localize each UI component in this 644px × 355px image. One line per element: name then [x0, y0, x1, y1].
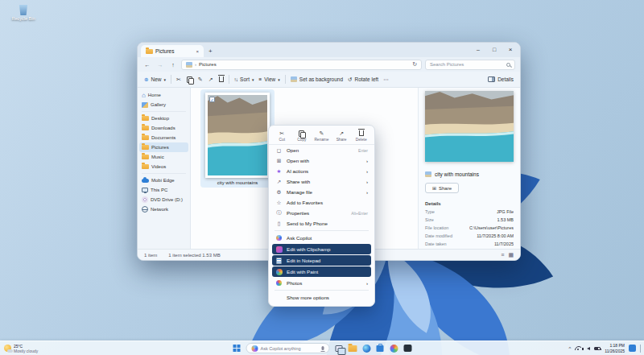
preview-file-name: city with mountains	[435, 171, 479, 177]
menu-item-ask-copilot[interactable]: Ask Copilot	[269, 233, 374, 243]
task-view-button[interactable]	[335, 344, 344, 353]
breadcrumb-location: Pictures	[199, 62, 217, 67]
menu-item-share-with[interactable]: Share with	[269, 176, 374, 187]
quick-delete-button[interactable]: Delete	[352, 130, 371, 142]
new-button[interactable]: New	[144, 76, 166, 83]
minimize-button[interactable]	[470, 43, 486, 56]
store-button[interactable]	[376, 344, 385, 353]
show-desktop-strip[interactable]	[640, 345, 641, 353]
disc-icon	[142, 196, 148, 203]
cut-button[interactable]	[176, 76, 181, 83]
sort-button[interactable]: Sort	[234, 76, 254, 82]
sidebar-item-dvd-drive[interactable]: DVD Drive (D:)	[139, 195, 188, 204]
selection-checkbox[interactable]	[209, 97, 215, 102]
sidebar-item-desktop[interactable]: Desktop	[139, 114, 188, 123]
sidebar-item-downloads[interactable]: Downloads	[139, 123, 188, 133]
folder-icon	[142, 116, 149, 121]
computer-icon	[142, 188, 148, 192]
menu-item-open-with[interactable]: Open with	[269, 155, 374, 166]
recycle-bin-icon	[19, 5, 28, 15]
wifi-icon[interactable]	[575, 346, 581, 350]
sidebar-item-gallery[interactable]: Gallery	[139, 100, 188, 109]
forward-button[interactable]	[155, 62, 165, 68]
rotate-left-label: Rotate left	[355, 76, 379, 82]
menu-item-send-to-phone[interactable]: Send to My Phone	[269, 218, 374, 229]
up-button[interactable]	[168, 62, 178, 68]
file-type-icon	[425, 171, 431, 177]
clock[interactable]: 1:18 PM 11/26/2025	[605, 343, 625, 353]
more-options-icon[interactable]	[383, 76, 389, 83]
sort-icon	[234, 76, 238, 82]
copy-button[interactable]	[187, 76, 192, 83]
tab-close-icon[interactable]	[196, 49, 199, 54]
terminal-button[interactable]	[403, 344, 412, 353]
set-background-button[interactable]: Set as background	[291, 76, 343, 82]
sidebar-item-home[interactable]: Home	[139, 90, 188, 100]
taskbar-search[interactable]: Ask Copilot anything	[246, 343, 330, 353]
weather-widget[interactable]: 25°C Mostly cloudy	[4, 341, 38, 355]
menu-item-edit-with-paint[interactable]: Edit with Paint	[272, 266, 371, 277]
menu-item-properties[interactable]: Properties Alt+Enter	[269, 208, 374, 218]
cut-icon	[272, 130, 291, 137]
menu-item-photos[interactable]: Photos	[269, 278, 374, 288]
quick-rename-button[interactable]: Rename	[312, 130, 331, 142]
new-label: New	[151, 76, 161, 82]
clipchamp-icon	[276, 246, 283, 253]
menu-item-add-to-favorites[interactable]: Add to Favorites	[269, 197, 374, 208]
rotate-left-icon	[348, 76, 352, 83]
list-view-toggle[interactable]	[501, 252, 504, 258]
menu-item-manage-file[interactable]: Manage file	[269, 187, 374, 197]
maximize-button[interactable]	[486, 43, 502, 56]
file-explorer-button[interactable]	[349, 344, 357, 353]
sidebar-item-documents[interactable]: Documents	[139, 133, 188, 142]
volume-icon[interactable]	[587, 347, 590, 350]
open-with-icon	[275, 158, 283, 164]
menu-item-edit-in-notepad[interactable]: Edit in Notepad	[272, 255, 371, 266]
new-icon	[144, 76, 148, 83]
details-toggle[interactable]: Details	[488, 76, 514, 82]
folder-icon	[146, 49, 153, 54]
details-label: Details	[497, 76, 514, 82]
delete-button[interactable]	[219, 76, 224, 82]
grid-view-toggle[interactable]	[508, 252, 514, 258]
preview-share-button[interactable]: Share	[425, 183, 459, 193]
menu-item-ai-actions[interactable]: AI actions	[269, 166, 374, 176]
breadcrumb[interactable]: Pictures	[181, 60, 422, 70]
menu-item-open[interactable]: Open Enter	[269, 145, 374, 155]
sidebar-item-cloud[interactable]: Mobi Edge	[139, 175, 188, 185]
rotate-left-button[interactable]: Rotate left	[348, 76, 378, 83]
back-button[interactable]	[142, 62, 152, 68]
item-count: 1 item	[144, 253, 157, 258]
window-controls	[470, 43, 518, 56]
preview-image	[425, 91, 514, 162]
rename-button[interactable]	[198, 76, 203, 83]
search-box[interactable]: Search Pictures	[425, 60, 515, 70]
recycle-bin[interactable]: Recycle Bin	[6, 5, 40, 21]
share-button[interactable]	[208, 76, 213, 83]
set-background-label: Set as background	[299, 76, 343, 82]
detail-row-type: Type JPG File	[425, 209, 514, 214]
tray-overflow-chevron[interactable]	[569, 346, 572, 351]
menu-item-show-more-options[interactable]: Show more options	[269, 292, 374, 303]
microphone-icon	[322, 346, 324, 350]
quick-copy-button[interactable]: Copy	[292, 130, 312, 142]
start-button[interactable]	[233, 344, 242, 353]
quick-cut-button[interactable]: Cut	[272, 130, 291, 142]
file-item-selected[interactable]: city with mountains	[200, 89, 275, 188]
sidebar-item-this-pc[interactable]: This PC	[139, 185, 188, 195]
quick-share-button[interactable]: Share	[332, 130, 351, 142]
edge-button[interactable]	[362, 344, 371, 353]
tab-pictures[interactable]: Pictures	[141, 45, 204, 57]
notification-badge[interactable]	[629, 345, 636, 352]
close-button[interactable]	[502, 43, 518, 56]
battery-icon[interactable]	[594, 347, 601, 350]
menu-item-edit-with-clipchamp[interactable]: Edit with Clipchamp	[272, 244, 371, 254]
refresh-icon[interactable]	[412, 61, 417, 68]
photos-button[interactable]	[390, 344, 398, 353]
sidebar-item-videos[interactable]: Videos	[139, 162, 188, 171]
sidebar-item-pictures[interactable]: Pictures	[139, 142, 188, 152]
sidebar-item-music[interactable]: Music	[139, 152, 188, 162]
new-tab-button[interactable]	[204, 45, 217, 57]
sidebar-item-network[interactable]: Network	[139, 204, 188, 214]
view-button[interactable]: View	[259, 76, 280, 82]
